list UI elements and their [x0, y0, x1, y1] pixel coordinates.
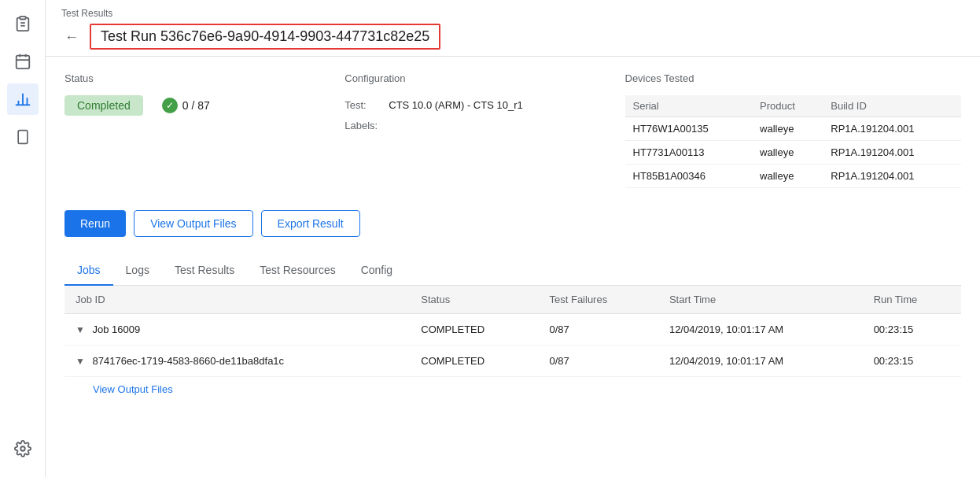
- jobs-col-start: Start Time: [658, 286, 863, 314]
- devices-table: Serial Product Build ID HT76W1A00135 wal…: [625, 95, 962, 188]
- device-product: walleye: [752, 165, 823, 188]
- main-panel: Test Results ← Test Run 536c76e6-9a90-49…: [46, 0, 980, 477]
- phone-icon[interactable]: [7, 121, 39, 153]
- devices-section-title: Devices Tested: [625, 72, 962, 84]
- job-sub-row: ▼ 874176ec-1719-4583-8660-de11ba8dfa1c C…: [64, 346, 961, 377]
- config-test-label: Test:: [344, 95, 384, 116]
- device-build: RP1A.191204.001: [823, 165, 961, 188]
- svg-rect-0: [20, 17, 25, 20]
- breadcrumb: Test Results: [61, 8, 964, 19]
- devices-section: Devices Tested Serial Product Build ID H…: [625, 72, 962, 188]
- clipboard-icon[interactable]: [7, 8, 39, 39]
- check-circle-icon: ✓: [162, 98, 178, 113]
- expand-icon[interactable]: ▼: [76, 324, 85, 335]
- header: Test Results ← Test Run 536c76e6-9a90-49…: [46, 0, 980, 57]
- sub-job-failures: 0/87: [538, 346, 658, 377]
- status-content: Completed ✓ 0 / 87: [64, 95, 344, 116]
- page-title: Test Run 536c76e6-9a90-4914-9903-447731c…: [90, 24, 440, 50]
- back-button[interactable]: ←: [61, 28, 82, 46]
- device-build: RP1A.191204.001: [823, 117, 961, 141]
- jobs-col-failures: Test Failures: [538, 286, 658, 314]
- view-output-link-container: View Output Files: [64, 377, 961, 401]
- chart-icon[interactable]: [7, 83, 39, 115]
- device-row: HT76W1A00135 walleye RP1A.191204.001: [625, 117, 962, 141]
- device-product: walleye: [752, 117, 823, 141]
- rerun-button[interactable]: Rerun: [64, 210, 126, 237]
- sub-expand-icon[interactable]: ▼: [76, 356, 85, 367]
- job-start-time: 12/04/2019, 10:01:17 AM: [658, 314, 863, 346]
- jobs-col-runtime: Run Time: [863, 286, 961, 314]
- job-id: ▼ Job 16009: [64, 314, 410, 346]
- status-section-title: Status: [64, 72, 344, 84]
- tab-logs[interactable]: Logs: [113, 256, 162, 286]
- sub-job-start-time: 12/04/2019, 10:01:17 AM: [658, 346, 863, 377]
- view-output-link[interactable]: View Output Files: [64, 377, 961, 401]
- content-area: Status Completed ✓ 0 / 87 Configuration …: [46, 57, 980, 477]
- job-status: COMPLETED: [410, 314, 538, 346]
- export-button[interactable]: Export Result: [261, 210, 360, 237]
- devices-col-serial: Serial: [625, 95, 753, 117]
- settings-icon[interactable]: [7, 433, 39, 464]
- jobs-col-id: Job ID: [64, 286, 410, 314]
- config-labels-label: Labels:: [344, 116, 384, 136]
- config-test-row: Test: CTS 10.0 (ARM) - CTS 10_r1: [344, 95, 624, 116]
- tab-test-results[interactable]: Test Results: [162, 256, 247, 286]
- device-serial: HT76W1A00135: [625, 117, 753, 141]
- pass-count: ✓ 0 / 87: [162, 98, 210, 113]
- job-failures: 0/87: [538, 314, 658, 346]
- tab-jobs[interactable]: Jobs: [64, 256, 113, 286]
- job-row: ▼ Job 16009 COMPLETED 0/87 12/04/2019, 1…: [64, 314, 961, 346]
- job-run-time: 00:23:15: [863, 314, 961, 346]
- svg-rect-3: [16, 56, 29, 69]
- view-output-button[interactable]: View Output Files: [134, 210, 252, 237]
- svg-point-13: [20, 446, 25, 451]
- status-section: Status Completed ✓ 0 / 87: [64, 72, 344, 188]
- device-product: walleye: [752, 141, 823, 165]
- sub-job-id: ▼ 874176ec-1719-4583-8660-de11ba8dfa1c: [64, 346, 410, 377]
- calendar-icon[interactable]: [7, 46, 39, 77]
- device-row: HT85B1A00346 walleye RP1A.191204.001: [625, 165, 962, 188]
- tab-test-resources[interactable]: Test Resources: [247, 256, 348, 286]
- jobs-table: Job ID Status Test Failures Start Time R…: [64, 286, 961, 377]
- jobs-col-status: Status: [410, 286, 538, 314]
- sub-job-run-time: 00:23:15: [863, 346, 961, 377]
- sidebar-bottom: [7, 433, 39, 464]
- action-buttons: Rerun View Output Files Export Result: [64, 210, 961, 237]
- devices-col-build: Build ID: [823, 95, 961, 117]
- device-build: RP1A.191204.001: [823, 141, 961, 165]
- device-serial: HT85B1A00346: [625, 165, 753, 188]
- status-badge: Completed: [64, 95, 143, 116]
- config-section-title: Configuration: [344, 72, 624, 84]
- title-row: ← Test Run 536c76e6-9a90-4914-9903-44773…: [61, 24, 964, 50]
- tab-config[interactable]: Config: [348, 256, 405, 286]
- configuration-section: Configuration Test: CTS 10.0 (ARM) - CTS…: [344, 72, 624, 188]
- device-serial: HT7731A00113: [625, 141, 753, 165]
- config-test-value: CTS 10.0 (ARM) - CTS 10_r1: [389, 95, 523, 116]
- sidebar: [0, 0, 46, 477]
- config-labels-row: Labels:: [344, 116, 624, 136]
- info-row: Status Completed ✓ 0 / 87 Configuration …: [64, 72, 961, 188]
- devices-col-product: Product: [752, 95, 823, 117]
- sub-job-status: COMPLETED: [410, 346, 538, 377]
- device-row: HT7731A00113 walleye RP1A.191204.001: [625, 141, 962, 165]
- tabs: JobsLogsTest ResultsTest ResourcesConfig: [64, 256, 961, 286]
- config-content: Test: CTS 10.0 (ARM) - CTS 10_r1 Labels:: [344, 95, 624, 136]
- pass-count-value: 0 / 87: [182, 99, 210, 112]
